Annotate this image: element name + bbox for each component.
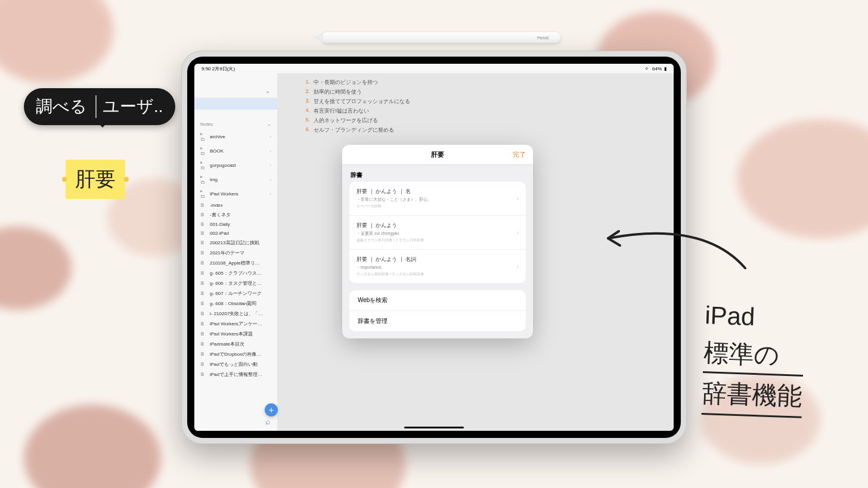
folder-icon: ▸ 🗀: [200, 145, 206, 156]
sidebar-folder[interactable]: ▸ 🗀iPad Workers›: [194, 187, 277, 201]
chevron-right-icon: ›: [517, 229, 519, 236]
chevron-right-icon: ›: [269, 163, 271, 168]
list-item: 4.有言実行!嘘は言わない: [302, 107, 650, 115]
sidebar-file[interactable]: 🗎i- 210207失敗とは、「結…: [194, 309, 277, 319]
file-icon: 🗎: [200, 271, 206, 276]
sidebar-file[interactable]: 🗎iPadでDropboxの画像読み…: [194, 349, 277, 359]
folder-icon: ▸ 🗀: [200, 160, 206, 170]
sidebar-file[interactable]: 🗎g- 607：ルーチンワーク: [194, 288, 277, 299]
sidebar-file[interactable]: 🗎001-Daily: [194, 220, 277, 229]
sidebar: ⌄ Notes ⌄ ▸ 🗀archive›▸ 🗀BOOK›▸ 🗀goryugoc…: [194, 73, 278, 431]
chevron-down-icon[interactable]: ⌄: [265, 88, 270, 94]
dictionary-entry[interactable]: 肝要 ｜ かんよう ｜ 名・非常に大切な・こと（さま）。肝心。スーパー大辞林›: [349, 182, 526, 216]
status-date: 2月9日(火): [212, 66, 235, 72]
sidebar-file[interactable]: 🗎002-iPad: [194, 229, 277, 238]
folder-label: goryugocast: [210, 163, 236, 168]
dictionary-entry[interactable]: 肝要 ｜ かんよう ｜ 名詞・importance.ウィズダム英和辞典 / ウィ…: [349, 250, 526, 283]
sidebar-selected-row[interactable]: [194, 98, 277, 110]
sidebar-file[interactable]: 🗎iPadで上手に情報整理する…: [194, 369, 277, 380]
file-label: iPadmate本目次: [210, 341, 244, 347]
done-button[interactable]: 完了: [513, 150, 526, 159]
sidebar-folder[interactable]: ▸ 🗀goryugocast›: [194, 158, 277, 172]
popup-header: 肝要 完了: [342, 145, 533, 165]
sidebar-file[interactable]: 🗎2021年のテーマ: [194, 248, 277, 258]
manage-dict-action[interactable]: 辞書を管理: [349, 311, 526, 331]
user-menu-item: ユーザ..: [95, 95, 163, 118]
context-menu-annotation: 調べる ユーザ..: [24, 88, 175, 125]
file-icon: 🗎: [200, 372, 206, 377]
file-label: i- 210207失敗とは、「結…: [210, 310, 264, 317]
file-icon: 🗎: [200, 341, 206, 347]
sidebar-file[interactable]: 🗎g- 605：クラブハウスをし…: [194, 268, 277, 278]
highlighted-word: 肝要: [66, 160, 125, 199]
file-icon: 🗎: [200, 240, 206, 245]
handwritten-note: iPad 標準の 辞書機能: [702, 296, 806, 418]
wifi-icon: ᯤ: [645, 66, 650, 72]
web-search-action[interactable]: Webを検索: [349, 290, 526, 311]
list-item: 5.人的ネットワークを広げる: [302, 117, 650, 125]
chevron-right-icon: ›: [269, 177, 271, 182]
dict-section-label: 辞書: [342, 165, 533, 182]
sidebar-file[interactable]: 🗎iPadmate本目次: [194, 339, 277, 349]
file-label: iPadでもっと面白い動: [210, 361, 258, 368]
file-icon: 🗎: [200, 331, 206, 337]
sidebar-file[interactable]: 🗎210108_Apple標準リマイ…: [194, 258, 277, 268]
status-time: 9:50: [202, 66, 211, 72]
folder-label: img: [210, 177, 218, 182]
battery-percent: 64%: [652, 66, 662, 72]
folder-label: iPad Workers: [210, 191, 238, 197]
file-label: iPad Workers本課題: [210, 331, 253, 337]
dictionary-entry[interactable]: 肝要 ｜ かんよう・至重要 zuì zhòngyào超級クラウン中日辞典 / ク…: [349, 216, 526, 250]
sidebar-folder[interactable]: ▸ 🗀img›: [194, 172, 277, 187]
home-indicator[interactable]: [404, 427, 464, 428]
file-label: 200213英語日記に挑戦: [210, 240, 259, 246]
chevron-right-icon: ›: [517, 263, 519, 270]
search-icon[interactable]: ⌕: [265, 416, 270, 426]
folder-label: BOOK: [210, 148, 224, 154]
file-icon: 🗎: [200, 321, 206, 327]
add-button[interactable]: +: [265, 403, 278, 416]
file-icon: 🗎: [200, 362, 206, 367]
sidebar-section-notes[interactable]: Notes ⌄: [194, 119, 277, 129]
file-label: 210108_Apple標準リマイ…: [210, 260, 264, 266]
lookup-menu-item: 調べる: [36, 95, 87, 118]
chevron-down-icon: ⌄: [267, 122, 271, 127]
folder-icon: ▸ 🗀: [200, 131, 206, 142]
sidebar-file[interactable]: 🗎200213英語日記に挑戦: [194, 238, 277, 248]
list-item: 6.セルフ・ブランディングに努める: [302, 126, 650, 134]
file-label: iPadで上手に情報整理する…: [210, 371, 264, 378]
sidebar-file[interactable]: 🗎-書くネタ: [194, 210, 277, 220]
status-bar: 9:50 2月9日(火) ᯤ 64% ▮: [194, 64, 674, 73]
file-icon: 🗎: [200, 311, 206, 316]
arrow-annotation: [596, 209, 751, 280]
list-item: 3.甘えを捨ててプロフェッショナルになる: [302, 98, 650, 105]
file-label: g- 605：クラブハウスをし…: [210, 270, 264, 276]
file-icon: 🗎: [200, 352, 206, 357]
sidebar-file[interactable]: 🗎iPad Workersアンケート…: [194, 319, 277, 329]
sidebar-file[interactable]: 🗎-index: [194, 201, 277, 210]
file-label: -index: [210, 203, 223, 208]
file-icon: 🗎: [200, 203, 206, 208]
file-label: 2021年のテーマ: [210, 250, 244, 256]
battery-icon: ▮: [664, 66, 666, 72]
sidebar-file[interactable]: 🗎iPadでもっと面白い動: [194, 359, 277, 369]
chevron-right-icon: ›: [517, 195, 519, 202]
file-icon: 🗎: [200, 301, 206, 306]
file-label: -書くネタ: [210, 212, 231, 218]
file-icon: 🗎: [200, 250, 206, 256]
folder-icon: ▸ 🗀: [200, 174, 206, 185]
sidebar-file[interactable]: 🗎g- 608：Obsidian質問: [194, 299, 277, 309]
file-icon: 🗎: [200, 231, 206, 236]
file-icon: 🗎: [200, 222, 206, 227]
sidebar-file[interactable]: 🗎g- 606：タスク管理と図形…: [194, 278, 277, 288]
apple-pencil: Pencil: [322, 32, 560, 43]
sidebar-folder[interactable]: ▸ 🗀BOOK›: [194, 144, 277, 158]
file-icon: 🗎: [200, 212, 206, 217]
sidebar-folder[interactable]: ▸ 🗀archive›: [194, 129, 277, 144]
list-item: 2.効率的に時間を使う: [302, 88, 650, 96]
popup-title: 肝要: [431, 150, 444, 159]
sidebar-file[interactable]: 🗎iPad Workers本課題: [194, 329, 277, 339]
file-label: 001-Daily: [210, 222, 230, 227]
file-icon: 🗎: [200, 281, 206, 286]
file-icon: 🗎: [200, 260, 206, 266]
